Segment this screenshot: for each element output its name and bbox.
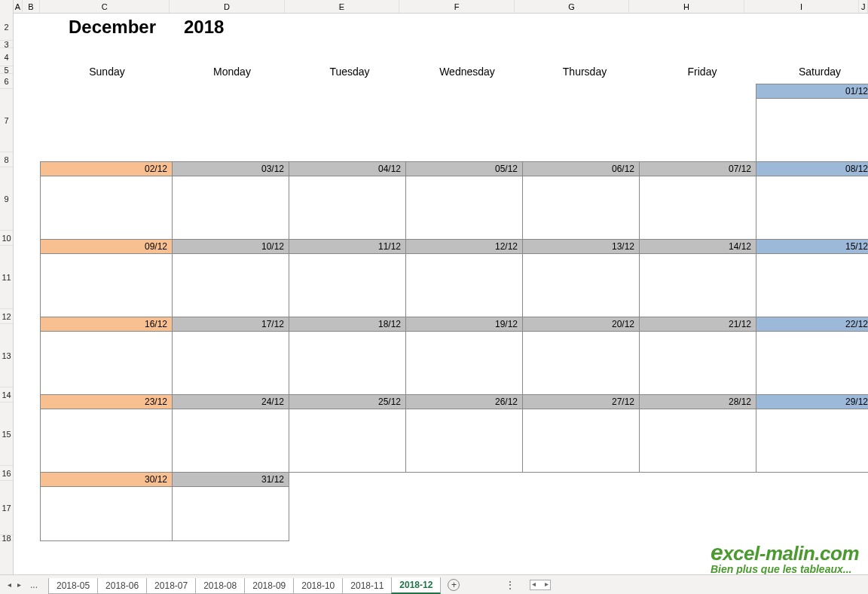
row-headers[interactable]: 23456789101112131415161718	[0, 0, 14, 574]
day-body-04-12[interactable]	[289, 176, 406, 240]
row-header-7[interactable]: 7	[0, 89, 13, 152]
date-15-12[interactable]: 15/12	[756, 239, 868, 254]
sheet-tab-2018-05[interactable]: 2018-05	[48, 578, 98, 594]
day-body-12-12[interactable]	[405, 254, 523, 317]
row-header-10[interactable]: 10	[0, 231, 13, 246]
date-13-12[interactable]: 13/12	[522, 239, 640, 254]
date-25-12[interactable]: 25/12	[289, 394, 406, 409]
date-27-12[interactable]: 27/12	[522, 394, 640, 409]
tab-overflow[interactable]: ...	[24, 580, 44, 590]
day-body-29-12[interactable]	[756, 409, 868, 473]
date-05-12[interactable]: 05/12	[405, 161, 523, 176]
day-body-03-12[interactable]	[172, 176, 289, 240]
date-10-12[interactable]: 10/12	[172, 239, 289, 254]
row-header-14[interactable]: 14	[0, 387, 13, 403]
date-08-12[interactable]: 08/12	[756, 161, 868, 176]
row-header-17[interactable]: 17	[0, 481, 13, 535]
row-header-3[interactable]: 3	[0, 41, 13, 48]
sheet-tab-2018-07[interactable]: 2018-07	[146, 578, 196, 594]
sheet-tab-2018-12[interactable]: 2018-12	[391, 577, 441, 594]
row-header-18[interactable]: 18	[0, 535, 13, 541]
row-header-12[interactable]: 12	[0, 309, 13, 324]
row-header-2[interactable]: 2	[0, 14, 13, 41]
col-header-I[interactable]: I	[744, 0, 860, 13]
day-body-15-12[interactable]	[756, 254, 868, 317]
sheet-tab-2018-11[interactable]: 2018-11	[342, 578, 392, 594]
horizontal-scrollbar[interactable]	[530, 580, 551, 590]
day-body-16-12[interactable]	[40, 332, 173, 395]
date-22-12[interactable]: 22/12	[756, 317, 868, 332]
col-header-D[interactable]: D	[170, 0, 285, 13]
date-18-12[interactable]: 18/12	[289, 317, 406, 332]
day-body-26-12[interactable]	[405, 409, 523, 473]
day-body-11-12[interactable]	[289, 254, 406, 317]
day-body-01-12[interactable]	[756, 99, 868, 162]
date-24-12[interactable]: 24/12	[172, 394, 289, 409]
row-header-13[interactable]: 13	[0, 324, 13, 387]
day-body-20-12[interactable]	[522, 332, 640, 395]
day-body-07-12[interactable]	[639, 176, 756, 240]
tab-nav-prev[interactable]: ◂	[5, 580, 14, 589]
row-header-9[interactable]: 9	[0, 167, 13, 231]
sheet-tab-2018-08[interactable]: 2018-08	[195, 578, 245, 594]
row-header-16[interactable]: 16	[0, 466, 13, 481]
day-body-24-12[interactable]	[172, 409, 289, 473]
date-11-12[interactable]: 11/12	[289, 239, 406, 254]
day-body-14-12[interactable]	[639, 254, 756, 317]
day-body-25-12[interactable]	[289, 409, 406, 473]
col-header-H[interactable]: H	[629, 0, 744, 13]
date-03-12[interactable]: 03/12	[172, 161, 289, 176]
date-17-12[interactable]: 17/12	[172, 317, 289, 332]
day-body-10-12[interactable]	[172, 254, 289, 317]
day-body-09-12[interactable]	[40, 254, 173, 317]
new-sheet-button[interactable]: +	[448, 579, 460, 591]
date-02-12[interactable]: 02/12	[40, 161, 173, 176]
column-headers[interactable]: ABCDEFGHIJ	[14, 0, 868, 14]
row-header-11[interactable]: 11	[0, 246, 13, 309]
tab-nav-next[interactable]: ▸	[14, 580, 24, 589]
row-header-6[interactable]: 6	[0, 74, 13, 89]
date-23-12[interactable]: 23/12	[40, 394, 173, 409]
date-12-12[interactable]: 12/12	[405, 239, 523, 254]
day-body-27-12[interactable]	[522, 409, 640, 473]
sheet-tab-2018-06[interactable]: 2018-06	[97, 578, 147, 594]
date-07-12[interactable]: 07/12	[639, 161, 756, 176]
tab-options[interactable]: ⋮	[505, 579, 516, 591]
col-header-F[interactable]: F	[399, 0, 515, 13]
day-body-31-12[interactable]	[172, 487, 289, 541]
row-header-15[interactable]: 15	[0, 403, 13, 466]
col-header-G[interactable]: G	[515, 0, 630, 13]
day-body-06-12[interactable]	[522, 176, 640, 240]
day-body-17-12[interactable]	[172, 332, 289, 395]
row-header-8[interactable]: 8	[0, 152, 13, 167]
day-body-23-12[interactable]	[40, 409, 173, 473]
col-header-J[interactable]: J	[859, 0, 868, 13]
day-body-05-12[interactable]	[405, 176, 523, 240]
date-01-12[interactable]: 01/12	[756, 84, 868, 99]
date-26-12[interactable]: 26/12	[405, 394, 523, 409]
row-header-4[interactable]: 4	[0, 48, 13, 66]
col-header-E[interactable]: E	[285, 0, 400, 13]
day-body-18-12[interactable]	[289, 332, 406, 395]
date-09-12[interactable]: 09/12	[40, 239, 173, 254]
day-body-19-12[interactable]	[405, 332, 523, 395]
day-body-30-12[interactable]	[40, 487, 173, 541]
day-body-21-12[interactable]	[639, 332, 756, 395]
worksheet[interactable]: December 2018 SundayMondayTuesdayWednesd…	[14, 14, 868, 574]
day-body-22-12[interactable]	[756, 332, 868, 395]
col-header-C[interactable]: C	[40, 0, 170, 13]
day-body-02-12[interactable]	[40, 176, 173, 240]
day-body-13-12[interactable]	[522, 254, 640, 317]
day-body-28-12[interactable]	[639, 409, 756, 473]
date-16-12[interactable]: 16/12	[40, 317, 173, 332]
date-06-12[interactable]: 06/12	[522, 161, 640, 176]
date-19-12[interactable]: 19/12	[405, 317, 523, 332]
date-20-12[interactable]: 20/12	[522, 317, 640, 332]
day-body-08-12[interactable]	[756, 176, 868, 240]
sheet-tab-2018-09[interactable]: 2018-09	[244, 578, 294, 594]
sheet-tab-2018-10[interactable]: 2018-10	[293, 578, 343, 594]
date-14-12[interactable]: 14/12	[639, 239, 756, 254]
col-header-A[interactable]: A	[14, 0, 23, 13]
row-header-5[interactable]: 5	[0, 66, 13, 74]
date-28-12[interactable]: 28/12	[639, 394, 756, 409]
